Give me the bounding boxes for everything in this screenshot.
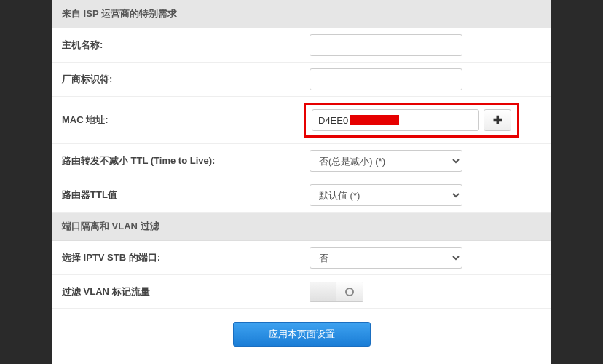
row-iptv: 选择 IPTV STB 的端口: 否 xyxy=(52,241,551,275)
apply-button[interactable]: 应用本页面设置 xyxy=(233,322,371,347)
settings-panel: 来自 ISP 运营商的特别需求 主机名称: 厂商标识符: MAC 地址: D4E… xyxy=(52,0,551,364)
section-header-isp: 来自 ISP 运营商的特别需求 xyxy=(52,0,551,28)
ttl-forward-label: 路由转发不减小 TTL (Time to Live): xyxy=(62,154,310,167)
section-header-vlan: 端口隔离和 VLAN 过滤 xyxy=(52,213,551,241)
actions-bar: 应用本页面设置 xyxy=(52,309,551,351)
mac-control: D4EE0 ✚ xyxy=(310,103,541,138)
row-ttl-forward: 路由转发不减小 TTL (Time to Live): 否(总是减小) (*) xyxy=(52,144,551,178)
mac-add-button[interactable]: ✚ xyxy=(484,109,511,131)
row-router-ttl: 路由器TTL值 默认值 (*) xyxy=(52,178,551,213)
iptv-control: 否 xyxy=(310,247,541,269)
mac-highlight: D4EE0 ✚ xyxy=(304,103,519,138)
vlan-filter-control xyxy=(310,282,541,302)
toggle-off-side xyxy=(310,282,336,301)
router-ttl-label: 路由器TTL值 xyxy=(62,189,310,202)
vlan-filter-label: 过滤 VLAN 标记流量 xyxy=(62,285,310,298)
mac-prefix-text: D4EE0 xyxy=(318,115,348,126)
row-vlan-filter: 过滤 VLAN 标记流量 xyxy=(52,275,551,309)
vlan-filter-toggle[interactable] xyxy=(310,282,363,302)
row-vendor: 厂商标识符: xyxy=(52,63,551,97)
mac-redaction xyxy=(350,115,399,125)
vendor-input[interactable] xyxy=(310,68,462,90)
router-ttl-select[interactable]: 默认值 (*) xyxy=(310,184,462,206)
iptv-label: 选择 IPTV STB 的端口: xyxy=(62,251,310,264)
toggle-handle-icon xyxy=(345,288,354,296)
hostname-label: 主机名称: xyxy=(62,39,310,52)
hostname-input[interactable] xyxy=(310,34,462,56)
mac-input[interactable]: D4EE0 xyxy=(312,109,479,131)
router-ttl-control: 默认值 (*) xyxy=(310,184,541,206)
mac-label: MAC 地址: xyxy=(62,114,310,127)
iptv-select[interactable]: 否 xyxy=(310,247,462,269)
row-mac: MAC 地址: D4EE0 ✚ xyxy=(52,97,551,144)
ttl-forward-control: 否(总是减小) (*) xyxy=(310,150,541,172)
ttl-forward-select[interactable]: 否(总是减小) (*) xyxy=(310,150,462,172)
toggle-on-side xyxy=(336,282,363,301)
vendor-control xyxy=(310,68,541,90)
hostname-control xyxy=(310,34,541,56)
row-hostname: 主机名称: xyxy=(52,28,551,63)
plus-icon: ✚ xyxy=(493,114,502,127)
vendor-label: 厂商标识符: xyxy=(62,73,310,86)
